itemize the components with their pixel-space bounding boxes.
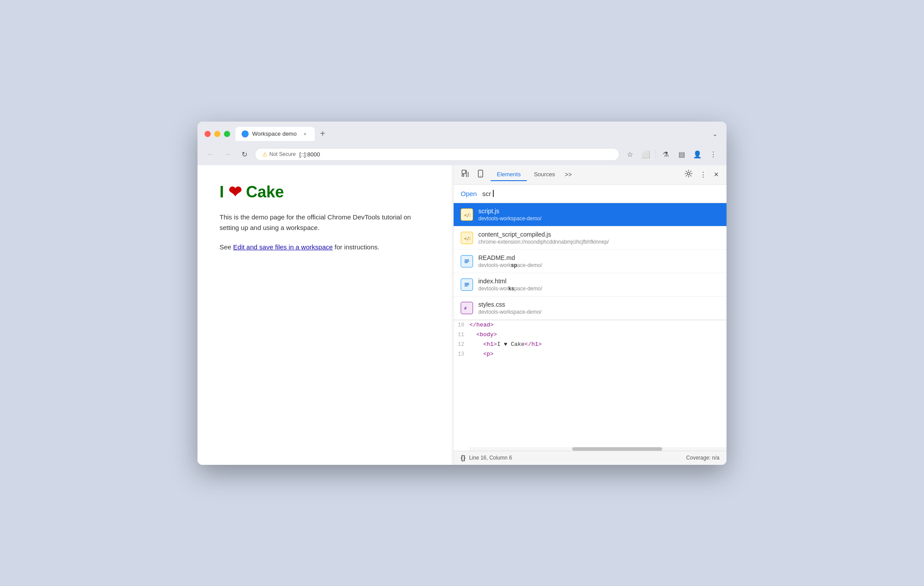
security-indicator: ⚠ Not Secure bbox=[262, 151, 296, 158]
file-name-3: README.md bbox=[478, 254, 542, 261]
quick-open-input[interactable]: Open scr bbox=[461, 190, 719, 197]
title-bar-top: 🌐 Workspace demo × + ⌄ bbox=[205, 127, 719, 141]
minimize-button[interactable] bbox=[214, 131, 220, 137]
file-name-5: styles.css bbox=[478, 301, 541, 308]
forward-button[interactable]: → bbox=[221, 148, 234, 160]
tab-close-button[interactable]: × bbox=[302, 130, 309, 137]
code-lines: 10 </head> 11 <body> 12 <h1>I ♥ Cake</h1… bbox=[454, 320, 727, 359]
device-toggle-button[interactable] bbox=[474, 167, 487, 182]
file-item-index[interactable]: index.html devtools-workspace-demo/ bbox=[454, 273, 727, 297]
title-bar: 🌐 Workspace demo × + ⌄ bbox=[197, 122, 727, 145]
status-position: Line 16, Column 6 bbox=[469, 455, 512, 461]
quick-open-value: scr bbox=[482, 190, 491, 197]
devtools-toolbar: Elements Sources >> bbox=[454, 165, 727, 185]
file-name-2: content_script_compiled.js bbox=[478, 231, 609, 238]
not-secure-label: Not Secure bbox=[269, 151, 296, 157]
file-path-2: chrome-extension://noondiphcddnnabmjcihc… bbox=[478, 239, 609, 245]
panel-resize-handle[interactable] bbox=[451, 165, 453, 465]
devtools-panel: Elements Sources >> bbox=[453, 165, 727, 465]
close-button[interactable] bbox=[205, 131, 211, 137]
address-divider bbox=[656, 150, 656, 159]
quick-open-label: Open bbox=[461, 190, 477, 197]
close-icon: × bbox=[714, 170, 719, 179]
inspect-icon bbox=[462, 170, 469, 179]
maximize-button[interactable] bbox=[224, 131, 230, 137]
file-icon-js-2: </> bbox=[461, 232, 473, 244]
file-info-2: content_script_compiled.js chrome-extens… bbox=[478, 231, 609, 245]
more-tabs-button[interactable]: >> bbox=[562, 169, 574, 180]
settings-button[interactable] bbox=[682, 167, 695, 182]
devtools-tabs: Elements Sources >> bbox=[491, 168, 680, 181]
file-item-styles[interactable]: # styles.css devtools-workspace-demo/ bbox=[454, 297, 727, 320]
tab-favicon-icon: 🌐 bbox=[242, 130, 249, 137]
inspect-element-button[interactable] bbox=[459, 167, 472, 182]
more-options-button[interactable]: ⋮ bbox=[697, 168, 709, 182]
device-icon bbox=[477, 170, 484, 179]
status-bar: {} Line 16, Column 6 Coverage: n/a bbox=[454, 451, 727, 465]
page-link-paragraph: See Edit and save files in a workspace f… bbox=[220, 242, 429, 252]
file-icon-md bbox=[461, 255, 473, 267]
svg-text:</>: </> bbox=[464, 236, 470, 241]
heading-heart: ❤ bbox=[228, 183, 242, 201]
file-path-highlight-3: sp bbox=[511, 262, 517, 268]
menu-button[interactable]: ⋮ bbox=[707, 148, 719, 160]
svg-rect-0 bbox=[462, 170, 466, 174]
file-path-3: devtools-workspace-demo/ bbox=[478, 262, 542, 268]
quick-open-bar: Open scr bbox=[454, 185, 727, 203]
code-line-10: 10 </head> bbox=[454, 320, 727, 330]
address-bar: ← → ↻ ⚠ Not Secure [::]:8000 ☆ ⬜ ⚗ ▤ bbox=[197, 145, 727, 165]
file-item-content-script[interactable]: </> content_script_compiled.js chrome-ex… bbox=[454, 226, 727, 250]
close-devtools-button[interactable]: × bbox=[711, 167, 721, 182]
cursor bbox=[493, 190, 494, 197]
new-tab-button[interactable]: + bbox=[317, 127, 329, 141]
code-line-13: 13 <p> bbox=[454, 349, 727, 359]
file-icon-css: # bbox=[461, 302, 473, 314]
address-icons: ☆ ⬜ ⚗ ▤ 👤 ⋮ bbox=[624, 148, 719, 160]
file-path-highlight-4: ks bbox=[508, 286, 514, 292]
lab-button[interactable]: ⚗ bbox=[659, 148, 672, 160]
file-item-readme[interactable]: README.md devtools-workspace-demo/ bbox=[454, 250, 727, 273]
svg-rect-1 bbox=[462, 174, 464, 176]
heading-cake: Cake bbox=[246, 183, 284, 201]
file-name-4: index.html bbox=[478, 278, 542, 285]
code-line-12: 12 <h1>I ♥ Cake</h1> bbox=[454, 340, 727, 349]
profile-icon: 👤 bbox=[693, 150, 702, 159]
gear-icon bbox=[685, 170, 693, 179]
browser-tab[interactable]: 🌐 Workspace demo × bbox=[235, 127, 315, 141]
tab-sources[interactable]: Sources bbox=[528, 168, 561, 181]
scrollbar-thumb[interactable] bbox=[572, 447, 662, 451]
file-list: </> script.js devtools-workspace-demo/ <… bbox=[454, 203, 727, 320]
file-info-3: README.md devtools-workspace-demo/ bbox=[478, 254, 542, 268]
format-button[interactable]: {} bbox=[461, 454, 466, 461]
file-icon-html bbox=[461, 278, 473, 291]
file-info: script.js devtools-workspace-demo/ bbox=[478, 208, 541, 222]
address-input[interactable]: ⚠ Not Secure [::]:8000 bbox=[255, 148, 619, 161]
traffic-lights bbox=[205, 131, 230, 137]
profile-button[interactable]: 👤 bbox=[691, 148, 704, 160]
reload-button[interactable]: ↻ bbox=[238, 148, 250, 160]
code-horizontal-scrollbar[interactable] bbox=[469, 447, 727, 451]
page-content: I ❤ Cake This is the demo page for the o… bbox=[197, 165, 451, 465]
tab-dropdown-button[interactable]: ⌄ bbox=[711, 129, 719, 139]
browser-window: 🌐 Workspace demo × + ⌄ ← → ↻ ⚠ Not Secur… bbox=[197, 122, 727, 465]
file-item-script-js[interactable]: </> script.js devtools-workspace-demo/ bbox=[454, 203, 727, 226]
file-icon-js: </> bbox=[461, 208, 473, 221]
page-description: This is the demo page for the official C… bbox=[220, 212, 429, 233]
extensions-button[interactable]: ⬜ bbox=[640, 148, 652, 160]
tab-elements[interactable]: Elements bbox=[491, 168, 527, 181]
tab-title: Workspace demo bbox=[252, 130, 298, 137]
instructions-text: for instructions. bbox=[333, 243, 380, 251]
back-button[interactable]: ← bbox=[205, 148, 217, 160]
file-name: script.js bbox=[478, 208, 541, 215]
code-editor: 10 </head> 11 <body> 12 <h1>I ♥ Cake</h1… bbox=[454, 320, 727, 451]
svg-point-6 bbox=[687, 172, 690, 175]
more-icon: ⋮ bbox=[700, 171, 707, 179]
status-left: {} Line 16, Column 6 bbox=[461, 454, 512, 461]
file-info-5: styles.css devtools-workspace-demo/ bbox=[478, 301, 541, 315]
tab-end-controls: ⌄ bbox=[711, 129, 719, 139]
workspace-link[interactable]: Edit and save files in a workspace bbox=[233, 243, 333, 251]
sidebar-button[interactable]: ▤ bbox=[675, 148, 688, 160]
file-path-5: devtools-workspace-demo/ bbox=[478, 309, 541, 315]
bookmark-button[interactable]: ☆ bbox=[624, 148, 636, 160]
address-url: [::]:8000 bbox=[299, 151, 320, 158]
